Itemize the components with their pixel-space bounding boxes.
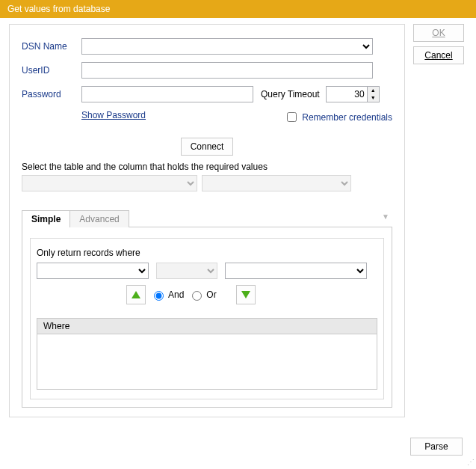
dsn-select[interactable] [81,38,373,55]
connect-button[interactable]: Connect [181,138,233,156]
timeout-up-icon[interactable]: ▲ [368,87,379,94]
or-radio[interactable] [192,291,202,301]
where-grid[interactable]: Where [37,318,377,390]
or-label: Or [206,289,216,300]
and-label: And [168,289,184,300]
userid-label: UserID [22,65,81,76]
cancel-button[interactable]: Cancel [413,46,464,64]
tab-advanced[interactable]: Advanced [69,210,129,227]
tab-simple[interactable]: Simple [22,210,70,227]
timeout-down-icon[interactable]: ▼ [368,94,379,102]
show-password-link[interactable]: Show Password [81,110,146,124]
only-return-label: Only return records where [37,248,377,258]
filter-field-select[interactable] [37,263,149,279]
ok-button[interactable]: OK [413,24,464,42]
password-label: Password [22,89,81,99]
move-down-button[interactable] [236,285,256,304]
parse-button[interactable]: Parse [410,438,463,456]
move-up-button[interactable] [126,285,146,304]
resize-grip-icon[interactable]: ⋰ [467,458,473,466]
chevron-down-icon[interactable]: ▼ [382,212,389,221]
query-timeout-input[interactable] [326,86,368,102]
filter-op-select[interactable] [156,263,217,279]
column-select[interactable] [202,175,351,191]
filter-value-select[interactable] [225,263,367,279]
remember-label: Remember credentials [302,112,392,123]
window-title: Get values from database [0,0,476,18]
query-timeout-label: Query Timeout [261,89,320,99]
userid-input[interactable] [81,62,373,79]
arrow-down-icon [241,291,250,298]
arrow-up-icon [132,291,140,298]
password-input[interactable] [81,86,253,102]
remember-checkbox[interactable] [287,112,297,122]
dsn-label: DSN Name [22,41,81,52]
and-radio[interactable] [154,291,164,301]
table-select[interactable] [22,175,197,191]
where-header: Where [37,319,377,334]
select-table-label: Select the table and the column that hol… [22,162,392,172]
